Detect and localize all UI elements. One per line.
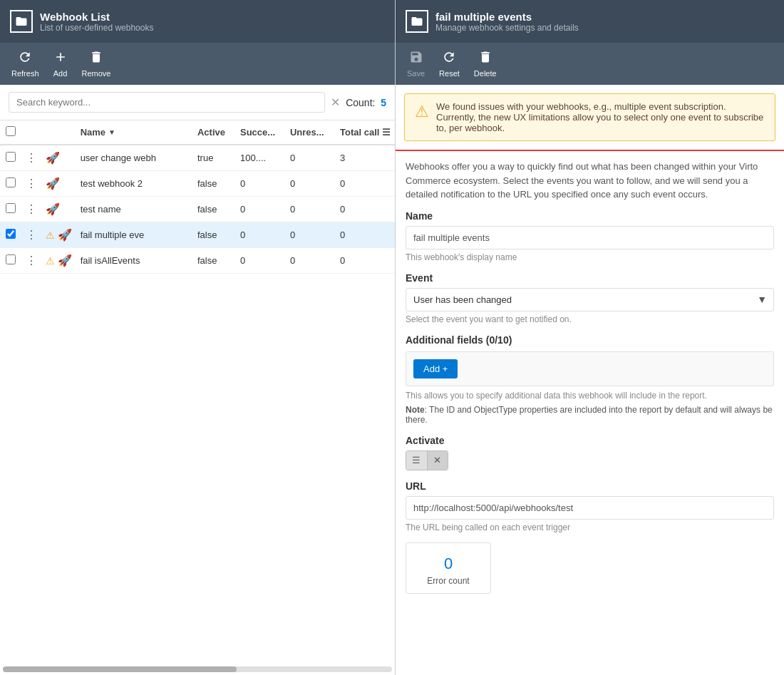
row-context-menu-icon[interactable]: ⋮ [26,177,37,190]
add-label: Add [53,69,68,78]
error-count-box: 0 Error count [406,542,491,594]
row-checkbox-cell [0,145,21,171]
row-warning-icon: ⚠ [46,255,55,267]
refresh-button[interactable]: Refresh [6,47,45,81]
row-total: 0 [336,197,395,222]
row-name: fail multiple eve [76,222,193,248]
table-row[interactable]: ⋮ ⚠ 🚀 fail isAllEvents false 0 0 0 [0,248,395,274]
reset-icon [442,50,456,68]
search-clear-icon[interactable]: ✕ [331,96,340,109]
search-input[interactable] [9,92,325,113]
remove-button[interactable]: Remove [76,47,117,81]
select-all-checkbox[interactable] [6,126,16,136]
event-select[interactable]: User has been changed Order created Orde… [406,288,774,311]
column-filter-icon[interactable]: ☰ [382,127,391,138]
event-hint: Select the event you want to get notifie… [406,314,774,324]
row-dots-cell: ⋮ [21,171,41,197]
right-panel-header-icon [406,10,428,33]
row-checkbox[interactable] [6,152,16,162]
row-checkbox[interactable] [6,203,16,213]
event-select-wrapper: User has been changed Order created Orde… [406,288,774,311]
row-icon-cell: 🚀 [41,171,76,197]
name-label: Name [406,210,774,222]
row-active: false [193,248,236,274]
col-header-name[interactable]: Name ▼ [76,120,193,145]
toggle-on-part: ✕ [427,451,448,470]
table-row[interactable]: ⋮ 🚀 user change webh true 100.... 0 3 [0,145,395,171]
row-rocket-icon: 🚀 [58,229,72,241]
save-button[interactable]: Save [401,47,430,81]
url-input[interactable] [406,496,774,520]
right-panel-title: fail multiple events [435,11,579,23]
add-button[interactable]: Add [48,47,73,81]
activate-section: Activate ☰ ✕ [396,435,784,480]
event-section: Event User has been changed Order create… [396,272,784,334]
count-badge: Count: 5 [346,97,386,108]
row-name: test name [76,197,193,222]
name-input[interactable] [406,226,774,249]
table-row[interactable]: ⋮ 🚀 test webhook 2 false 0 0 0 [0,171,395,197]
row-total: 0 [336,248,395,274]
left-panel-header-icon [10,10,33,33]
col-header-icon [41,120,76,145]
row-name: test webhook 2 [76,171,193,197]
name-section: Name This webhook's display name [396,210,784,272]
left-panel-subtitle: List of user-defined webhooks [40,23,153,33]
table-body: ⋮ 🚀 user change webh true 100.... 0 3 ⋮ [0,145,395,274]
row-context-menu-icon[interactable]: ⋮ [26,229,37,241]
remove-icon [89,50,103,68]
add-field-button[interactable]: Add + [413,359,458,378]
table-row[interactable]: ⋮ 🚀 test name false 0 0 0 [0,197,395,222]
row-icon-cell: 🚀 [41,197,76,222]
row-unresolved: 0 [286,145,336,171]
row-success: 0 [236,222,286,248]
refresh-label: Refresh [11,69,39,78]
additional-fields-label: Additional fields (0/10) [406,334,774,346]
delete-label: Delete [474,69,497,78]
row-rocket-icon: 🚀 [46,203,60,215]
row-context-menu-icon[interactable]: ⋮ [26,152,37,164]
note-text: Note: The ID and ObjectType properties a… [406,405,774,425]
scrollbar-thumb[interactable] [3,666,237,672]
remove-label: Remove [82,69,111,78]
additional-hint: This allows you to specify additional da… [406,391,774,401]
alert-warning-icon: ⚠ [415,103,429,121]
row-rocket-icon: 🚀 [46,177,60,190]
row-success: 0 [236,171,286,197]
row-success: 0 [236,197,286,222]
name-hint: This webhook's display name [406,252,774,262]
row-checkbox-cell [0,197,21,222]
add-field-button-label: Add + [423,364,448,374]
reset-label: Reset [439,69,460,78]
row-checkbox[interactable] [6,229,16,239]
row-icon-cell: ⚠ 🚀 [41,222,76,248]
webhook-table: Name ▼ Active Succe... Unres... Total ca… [0,120,395,274]
description-text: Webhooks offer you a way to quickly find… [396,160,784,210]
table-row[interactable]: ⋮ ⚠ 🚀 fail multiple eve false 0 0 0 [0,222,395,248]
url-label: URL [406,480,774,492]
name-sort-button[interactable]: Name ▼ [81,127,189,138]
left-toolbar: Refresh Add Remove [0,43,395,85]
row-warning-area: ⚠ [46,230,58,241]
row-context-menu-icon[interactable]: ⋮ [26,254,37,267]
row-active: true [193,145,236,171]
row-checkbox[interactable] [6,177,16,187]
row-context-menu-icon[interactable]: ⋮ [26,203,37,215]
reset-button[interactable]: Reset [433,47,465,81]
row-checkbox[interactable] [6,254,16,264]
delete-button[interactable]: Delete [468,47,502,81]
left-panel-title: Webhook List [40,11,153,23]
alert-text: We found issues with your webhooks, e.g.… [436,101,765,133]
toggle-lines-icon: ☰ [412,455,421,465]
row-icon-cell: 🚀 [41,145,76,171]
table-header-row: Name ▼ Active Succe... Unres... Total ca… [0,120,395,145]
activate-toggle[interactable]: ☰ ✕ [406,450,448,470]
right-panel: fail multiple events Manage webhook sett… [396,0,784,675]
row-active: false [193,171,236,197]
toggle-x-icon: ✕ [433,455,441,465]
refresh-icon [18,50,32,68]
add-icon [53,50,68,68]
horizontal-scrollbar[interactable] [3,666,392,672]
event-label: Event [406,272,774,284]
url-hint: The URL being called on each event trigg… [406,522,774,532]
